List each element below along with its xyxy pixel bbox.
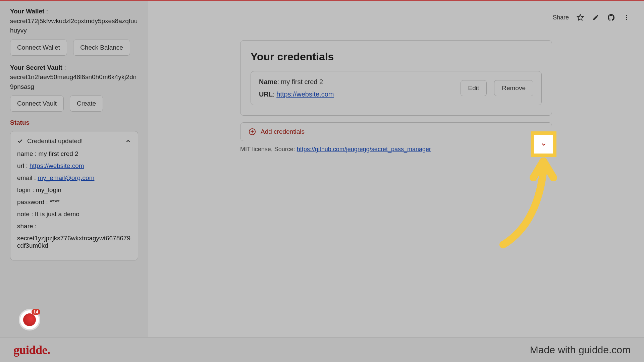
connect-vault-button[interactable]: Connect Vault [10,96,64,112]
wallet-label: Your Wallet : [10,7,138,16]
notification-badge[interactable]: 14 [19,309,40,330]
check-icon [17,138,23,144]
vault-address: secret1n2faev50meug48l6sn0h0m6k4ykj2dn9p… [10,72,138,92]
status-card: Credential updated! name : my first cred… [10,131,138,260]
cred-url: URL: https://website.com [259,90,334,98]
status-header-text: Credential updated! [27,137,121,145]
top-actions: Share [553,13,631,21]
credentials-title: Your credentials [251,51,542,63]
cred-name: Name: my first cred 2 [259,78,334,86]
detail-login: login : my_login [17,186,131,194]
remove-button[interactable]: Remove [494,80,533,96]
detail-share-value: secret1yzjpzjks776wkxtrcagywt6678679cdf3… [17,235,131,249]
more-icon[interactable] [623,13,631,21]
detail-email: email : my_email@org.com [17,174,131,182]
svg-point-2 [626,17,627,18]
cred-url-link[interactable]: https://website.com [276,90,334,98]
detail-note: note : It is just a demo [17,210,131,218]
detail-url-link[interactable]: https://website.com [30,162,84,169]
detail-share-label: share : [17,223,131,230]
wallet-address: secret172j5kfvwkudzl2cpxtmdy5pxes8azqfuu… [10,16,138,36]
guidde-tagline: Made with guidde.com [530,344,631,356]
footer-note: MIT license, Source: https://github.com/… [240,146,552,153]
guidde-bar: guidde. Made with guidde.com [0,337,644,362]
add-credentials-label: Add credentials [261,128,544,135]
annotation-arrow [496,158,564,251]
detail-password: password : **** [17,198,131,206]
sidebar: Your Wallet : secret172j5kfvwkudzl2cpxtm… [0,0,148,337]
share-button[interactable]: Share [553,14,569,21]
create-button[interactable]: Create [70,96,103,112]
credentials-card: Your credentials Name: my first cred 2 U… [240,40,552,116]
svg-point-1 [626,15,627,16]
vault-label: Your Secret Vault : [10,63,138,73]
detail-name: name : my first cred 2 [17,150,131,158]
status-header[interactable]: Credential updated! [17,137,131,145]
svg-point-3 [626,19,627,20]
source-link[interactable]: https://github.com/jeugregg/secret_pass_… [297,146,431,153]
credential-item: Name: my first cred 2 URL: https://websi… [251,71,542,105]
star-icon[interactable] [576,13,584,21]
edit-icon[interactable] [592,13,600,21]
badge-count: 14 [32,309,40,315]
github-icon[interactable] [607,13,615,21]
status-title: Status [10,119,138,126]
detail-email-link[interactable]: my_email@org.com [38,174,94,181]
check-balance-button[interactable]: Check Balance [73,40,130,56]
detail-url: url : https://website.com [17,162,131,170]
highlight-expand-button[interactable] [531,131,556,157]
connect-wallet-button[interactable]: Connect Wallet [10,40,67,56]
add-credentials-bar[interactable]: Add credentials [240,122,552,141]
main: Share Your credentials Name: my first cr… [148,0,644,337]
chevron-down-icon [541,141,547,147]
chevron-up-icon [125,138,131,144]
guidde-logo: guidde. [13,343,50,357]
plus-circle-icon [249,128,256,135]
edit-button[interactable]: Edit [461,80,487,96]
svg-marker-0 [577,14,583,20]
